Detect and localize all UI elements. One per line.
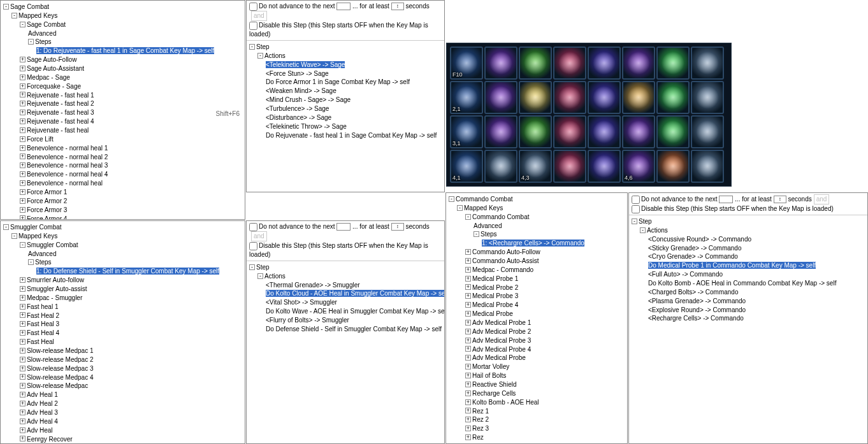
step-index-input[interactable] bbox=[336, 3, 351, 10]
tree-label[interactable]: Benevolence - normal heal 2 bbox=[27, 153, 108, 160]
tree-label[interactable]: Steps bbox=[481, 231, 497, 238]
tree-label[interactable]: Medpac - Commando bbox=[472, 266, 533, 273]
action-item[interactable]: Do Defense Shield - Self in Smuggler Com… bbox=[266, 326, 442, 333]
tree-label[interactable]: Adv Medical Probe 2 bbox=[472, 328, 531, 335]
ability-slot[interactable] bbox=[588, 47, 621, 80]
action-item[interactable]: <Thermal Grenade> -> Smuggler bbox=[266, 282, 360, 289]
and-button[interactable]: and bbox=[251, 11, 267, 21]
action-item[interactable]: Do Kolto Bomb - AOE Heal in Commando Com… bbox=[648, 280, 836, 287]
tree-label[interactable]: Force Armor 3 bbox=[27, 206, 67, 213]
action-item[interactable]: <Full Auto> -> Commando bbox=[648, 271, 723, 278]
tree-label[interactable]: Fast heal 1 bbox=[27, 303, 58, 310]
expand-icon[interactable]: + bbox=[465, 338, 471, 343]
step-index-input[interactable] bbox=[719, 196, 733, 203]
expand-icon[interactable]: + bbox=[20, 339, 25, 345]
commando-tree[interactable]: -Commando Combat -Mapped Keys -Commando … bbox=[446, 193, 627, 444]
tree-label[interactable]: Rez 3 bbox=[472, 425, 489, 432]
advance-checkbox[interactable] bbox=[632, 196, 640, 204]
expand-icon[interactable]: + bbox=[20, 383, 25, 389]
expand-icon[interactable]: + bbox=[20, 392, 25, 397]
tree-label[interactable]: Sage Auto-Follow bbox=[27, 56, 76, 63]
expand-icon[interactable]: + bbox=[465, 276, 471, 282]
tree-label[interactable]: Medical Probe 3 bbox=[472, 292, 518, 299]
ability-slot[interactable] bbox=[484, 150, 517, 183]
expand-icon[interactable]: + bbox=[20, 304, 25, 310]
action-item[interactable]: <Mind Crush - Sage> -> Sage bbox=[266, 96, 351, 103]
tree-label[interactable]: Medpac - Smuggler bbox=[27, 294, 82, 301]
tree-label[interactable]: Rejuvenate - fast heal 4 bbox=[27, 118, 94, 125]
ability-slot[interactable] bbox=[519, 81, 552, 114]
tree-step-selected[interactable]: 1: <Rechargre Cells> -> Commando bbox=[482, 240, 584, 247]
expand-icon[interactable]: + bbox=[20, 110, 25, 115]
tree-label[interactable]: Commando Combat bbox=[472, 213, 529, 220]
expand-icon[interactable]: + bbox=[20, 295, 25, 301]
tree-label[interactable]: Benevolence - normal heal 1 bbox=[27, 145, 108, 152]
ability-slot[interactable] bbox=[656, 150, 690, 183]
tree-label[interactable]: Rez 1 bbox=[472, 407, 489, 414]
tree-label[interactable]: Forcequake - Sage bbox=[27, 83, 81, 90]
action-item[interactable]: <Cryo Grenade> -> Commando bbox=[648, 253, 738, 260]
expand-icon[interactable]: + bbox=[20, 66, 25, 71]
tree-label[interactable]: Force Armor 4 bbox=[27, 215, 67, 220]
tree-label[interactable]: Slow-release Medpac 1 bbox=[27, 347, 94, 354]
expand-icon[interactable]: + bbox=[20, 366, 25, 371]
tree-label[interactable]: Benevolence - normal heal 4 bbox=[27, 171, 108, 178]
expand-icon[interactable]: + bbox=[20, 374, 25, 380]
tree-label[interactable]: Smuggler Combat bbox=[27, 241, 78, 248]
expand-icon[interactable]: - bbox=[249, 44, 255, 50]
action-item[interactable]: <Charged Bolts> -> Commando bbox=[648, 289, 738, 296]
expand-icon[interactable]: + bbox=[465, 434, 471, 440]
tree-label[interactable]: Smuggler Auto-assist bbox=[27, 285, 87, 292]
tree-label[interactable]: Force Lift bbox=[27, 136, 54, 143]
expand-icon[interactable]: - bbox=[632, 218, 637, 224]
expand-icon[interactable]: + bbox=[20, 330, 25, 336]
tree-label[interactable]: Force Armor 2 bbox=[27, 197, 67, 204]
ability-slot[interactable] bbox=[588, 115, 621, 148]
expand-icon[interactable]: + bbox=[20, 321, 25, 327]
expand-icon[interactable]: + bbox=[20, 189, 25, 195]
tree-label[interactable]: Eenrgy Recover bbox=[27, 435, 73, 442]
ability-slot[interactable] bbox=[484, 81, 517, 114]
tree-label[interactable]: Mapped Keys bbox=[18, 12, 57, 19]
ability-slot[interactable] bbox=[519, 115, 552, 148]
tree-label[interactable]: Step bbox=[639, 218, 652, 225]
ability-slot[interactable] bbox=[656, 115, 690, 148]
expand-icon[interactable]: - bbox=[449, 196, 454, 202]
ability-slot[interactable] bbox=[691, 150, 724, 183]
tree-label[interactable]: Adv Heal 3 bbox=[27, 409, 58, 416]
expand-icon[interactable]: + bbox=[465, 390, 471, 396]
expand-icon[interactable]: - bbox=[11, 233, 17, 239]
expand-icon[interactable]: - bbox=[257, 53, 263, 59]
tree-label[interactable]: Mortar Volley bbox=[472, 363, 509, 370]
tree-label[interactable]: Slow-release Medpac 3 bbox=[27, 365, 94, 372]
tree-step-selected[interactable]: 1: Do Rejuvenate - fast heal 1 in Sage C… bbox=[36, 47, 214, 54]
expand-icon[interactable]: + bbox=[20, 118, 25, 124]
tree-label[interactable]: Adv Heal 1 bbox=[27, 391, 58, 398]
ability-slot[interactable]: 4,3 bbox=[519, 150, 552, 183]
expand-icon[interactable]: - bbox=[11, 13, 17, 18]
tree-label[interactable]: Fast Heal 2 bbox=[27, 312, 59, 319]
tree-label[interactable]: Commando Auto-Assist bbox=[472, 257, 539, 264]
action-item[interactable]: <Weaken Mind> -> Sage bbox=[266, 87, 336, 94]
ability-slot[interactable] bbox=[588, 81, 621, 114]
ability-slot[interactable] bbox=[622, 81, 655, 114]
tree-label[interactable]: Sage Combat bbox=[27, 21, 66, 28]
action-item[interactable]: <Turbulence> -> Sage bbox=[266, 105, 329, 112]
expand-icon[interactable]: + bbox=[20, 357, 25, 362]
expand-icon[interactable]: - bbox=[457, 205, 463, 211]
expand-icon[interactable]: + bbox=[465, 382, 471, 387]
tree-label[interactable]: Hail of Bolts bbox=[472, 372, 506, 379]
tree-label[interactable]: Benevolence - normal heal 3 bbox=[27, 162, 108, 169]
tree-label[interactable]: Medical Probe bbox=[472, 310, 513, 317]
action-item[interactable]: <Plasma Grenade> -> Commando bbox=[648, 297, 746, 304]
tree-label[interactable]: Actions bbox=[647, 227, 668, 234]
tree-label[interactable]: Sage Combat bbox=[10, 3, 49, 10]
tree-label[interactable]: Mapped Keys bbox=[18, 233, 57, 240]
ability-slot[interactable] bbox=[588, 150, 621, 183]
tree-label[interactable]: Adv Medical Probe 3 bbox=[472, 337, 531, 344]
tree-label[interactable]: Advanced bbox=[474, 222, 502, 229]
expand-icon[interactable]: + bbox=[20, 57, 25, 62]
action-item[interactable]: <Disturbance> -> Sage bbox=[266, 114, 331, 121]
tree-label[interactable]: Kolto Bomb - AOE Heal bbox=[472, 399, 539, 406]
sage-actions-tree[interactable]: -Step -Actions <Telekinetic Wave> -> Sag… bbox=[247, 41, 444, 140]
